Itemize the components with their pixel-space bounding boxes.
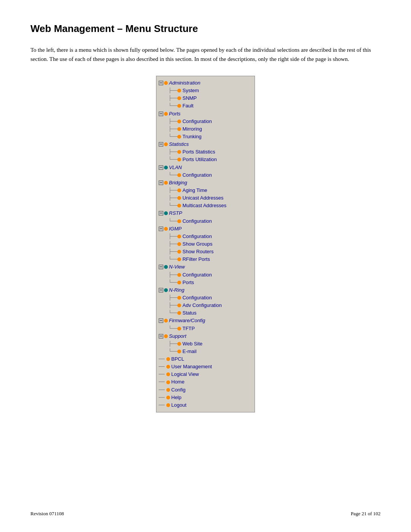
dot-icon <box>177 96 181 100</box>
tree-item[interactable]: └──TFTP <box>159 325 251 332</box>
dot-icon <box>164 319 168 323</box>
dot-icon <box>177 257 181 261</box>
menu-label: Ports Statistics <box>182 148 215 156</box>
dot-icon <box>177 250 181 254</box>
expand-icon[interactable]: ─ <box>159 211 163 216</box>
tree-item[interactable]: ├──System <box>159 87 251 94</box>
menu-label: Unicast Addresses <box>182 194 223 202</box>
dot-icon <box>177 196 181 200</box>
tree-item[interactable]: └──E-mail <box>159 348 251 355</box>
dot-icon <box>177 127 181 131</box>
menu-label: BPCL <box>171 355 184 363</box>
dot-icon <box>164 112 168 116</box>
menu-label: Ports <box>182 279 194 286</box>
expand-icon[interactable]: ─ <box>159 112 163 116</box>
tree-item[interactable]: └──Configuration <box>159 217 251 225</box>
dot-icon <box>164 288 168 292</box>
dot-icon <box>164 142 168 146</box>
tree-item[interactable]: ─ Support <box>159 332 251 340</box>
menu-label: VLAN <box>169 164 182 171</box>
tree-item[interactable]: ├──Adv Configuration <box>159 302 251 309</box>
tree-item[interactable]: └──Ports <box>159 279 251 286</box>
tree-item[interactable]: ──Help <box>159 394 251 401</box>
dot-icon <box>164 227 168 231</box>
expand-icon[interactable]: ─ <box>159 227 163 231</box>
dot-icon <box>177 304 181 307</box>
tree-item[interactable]: ├──Ports Statistics <box>159 148 251 156</box>
tree-item[interactable]: ──User Management <box>159 363 251 371</box>
tree-item[interactable]: ──Logical View <box>159 371 251 378</box>
tree-item[interactable]: ├──Configuration <box>159 118 251 125</box>
tree-item[interactable]: └──Configuration <box>159 171 251 179</box>
menu-label: Show Routers <box>182 248 213 256</box>
tree-item[interactable]: ├──Unicast Addresses <box>159 194 251 202</box>
tree-item[interactable]: ├──Configuration <box>159 294 251 302</box>
tree-item[interactable]: └──Trunking <box>159 133 251 141</box>
tree-item[interactable]: ─ N-View <box>159 263 251 271</box>
tree-item[interactable]: ─ Ports <box>159 110 251 118</box>
tree-item[interactable]: ├──Configuration <box>159 233 251 240</box>
dot-icon <box>177 104 181 108</box>
tree-item[interactable]: ─ N-Ring <box>159 286 251 294</box>
menu-label: RFilter Ports <box>182 256 210 263</box>
dot-icon <box>166 388 170 392</box>
tree-item[interactable]: └──Fault <box>159 102 251 110</box>
tree-item[interactable]: ─ RSTP <box>159 209 251 217</box>
tree-item[interactable]: ├──Mirroring <box>159 125 251 133</box>
tree-item[interactable]: └──Multicast Addresses <box>159 202 251 209</box>
footer-page: Page 21 of 102 <box>351 511 381 517</box>
expand-icon[interactable]: ─ <box>159 81 163 85</box>
menu-label: N-View <box>169 263 185 271</box>
expand-icon[interactable]: ─ <box>159 142 163 147</box>
tree-item[interactable]: ─ Firmware/Config <box>159 317 251 324</box>
dot-icon <box>177 311 181 315</box>
expand-icon[interactable]: ─ <box>159 165 163 170</box>
expand-icon[interactable]: ─ <box>159 265 163 269</box>
footer: Revision 071108 Page 21 of 102 <box>30 511 381 517</box>
tree-item[interactable]: ─ IGMP <box>159 225 251 233</box>
tree-item[interactable]: ├──Show Routers <box>159 248 251 256</box>
menu-label: Home <box>171 378 185 386</box>
tree-item[interactable]: └──Status <box>159 309 251 317</box>
dot-icon <box>177 150 181 154</box>
tree-item[interactable]: ├──Web Site <box>159 340 251 348</box>
expand-icon[interactable]: ─ <box>159 181 163 185</box>
tree-item[interactable]: └──RFilter Ports <box>159 256 251 263</box>
dot-icon <box>164 334 168 338</box>
dot-icon <box>177 350 181 353</box>
dot-icon <box>164 81 168 85</box>
dot-icon <box>177 273 181 277</box>
menu-label: Mirroring <box>182 125 202 133</box>
dot-icon <box>177 120 181 123</box>
intro-paragraph: To the left, there is a menu which is sh… <box>30 45 381 64</box>
dot-icon <box>166 380 170 384</box>
menu-label: Firmware/Config <box>169 317 205 324</box>
tree-item[interactable]: ──Home <box>159 378 251 386</box>
tree-item[interactable]: ├──Configuration <box>159 271 251 279</box>
dot-icon <box>166 365 170 369</box>
expand-icon[interactable]: ─ <box>159 318 163 323</box>
menu-label: Web Site <box>182 340 202 348</box>
menu-label: Multicast Addresses <box>182 202 226 209</box>
tree-item[interactable]: ─ Bridging <box>159 179 251 187</box>
menu-label: Logical View <box>171 371 199 378</box>
menu-label: Help <box>171 394 182 401</box>
page-title: Web Management – Menu Structure <box>30 23 381 35</box>
tree-item[interactable]: ├──Show Groups <box>159 240 251 248</box>
tree-item[interactable]: ──Config <box>159 386 251 394</box>
dot-icon <box>177 204 181 208</box>
menu-label: Ports Utilization <box>182 156 217 163</box>
tree-item[interactable]: ├──Aging Time <box>159 187 251 194</box>
tree-item[interactable]: ──Logout <box>159 401 251 409</box>
dot-icon <box>177 219 181 223</box>
expand-icon[interactable]: ─ <box>159 334 163 339</box>
tree-item[interactable]: ─ Statistics <box>159 141 251 148</box>
tree-item[interactable]: ├──SNMP <box>159 94 251 102</box>
tree-item[interactable]: ─ VLAN <box>159 164 251 171</box>
menu-label: Support <box>169 332 186 340</box>
tree-item[interactable]: └──Ports Utilization <box>159 156 251 163</box>
tree-item[interactable]: ─ Administration <box>159 79 251 87</box>
tree-item[interactable]: ──BPCL <box>159 355 251 363</box>
expand-icon[interactable]: ─ <box>159 288 163 292</box>
dot-icon <box>177 135 181 139</box>
